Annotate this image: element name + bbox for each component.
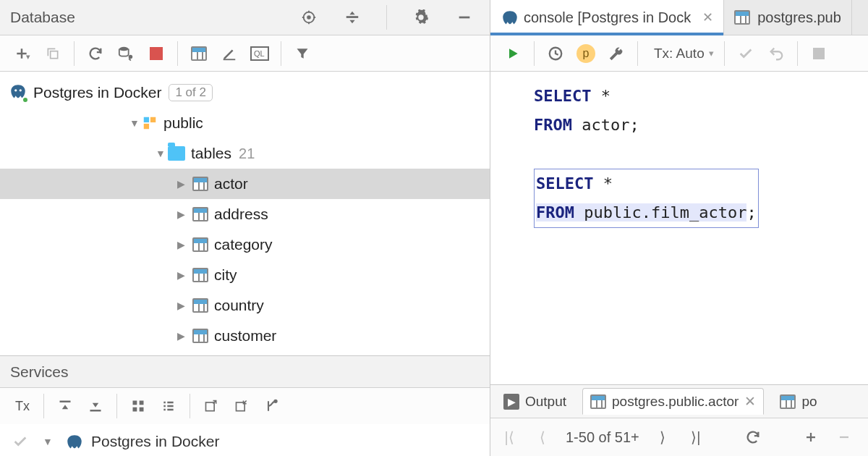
- actor-result-tab[interactable]: postgres.public.actor ✕: [582, 388, 764, 415]
- svg-rect-22: [206, 402, 215, 411]
- svg-rect-3: [51, 51, 58, 58]
- table-icon: [780, 394, 796, 409]
- split-icon[interactable]: [337, 3, 367, 32]
- tab-postgres-pub[interactable]: postgres.pub: [724, 0, 852, 35]
- table-node[interactable]: ▶country: [0, 290, 490, 321]
- table-node[interactable]: ▶actor: [0, 169, 490, 199]
- table-label: country: [214, 297, 264, 314]
- stop-query-icon[interactable]: [804, 39, 834, 68]
- prev-page-icon[interactable]: ⟨: [532, 428, 553, 446]
- rollback-icon[interactable]: [761, 39, 791, 68]
- extra-result-tab-label: po: [801, 394, 817, 410]
- datasource-props-icon[interactable]: [111, 39, 141, 68]
- table-icon: [590, 394, 606, 409]
- output-tab[interactable]: ▶ Output: [496, 389, 574, 414]
- svg-point-24: [274, 400, 276, 402]
- table-icon: [192, 329, 208, 343]
- chevron-down-icon: ▼: [153, 148, 168, 159]
- separator: [386, 5, 387, 30]
- page-range: 1-50 of 51+: [566, 429, 639, 446]
- separator: [190, 394, 190, 418]
- svg-rect-14: [150, 117, 156, 122]
- table-node[interactable]: ▶category: [0, 229, 490, 260]
- tx-mode-dropdown[interactable]: Tx: Auto▾: [654, 46, 714, 62]
- editor-tabs: console [Postgres in Dock ✕ postgres.pub: [490, 0, 868, 35]
- svg-rect-21: [140, 408, 144, 412]
- extra-result-tab[interactable]: po: [773, 389, 824, 414]
- paginator: |⟨ ⟨ 1-50 of 51+ ⟩ ⟩|: [490, 418, 868, 456]
- svg-rect-15: [144, 124, 149, 129]
- branch-icon[interactable]: [257, 392, 287, 421]
- chevron-right-icon: ▶: [174, 178, 188, 190]
- sql-editor[interactable]: SELECT * FROM actor; SELECT *FROM public…: [490, 72, 868, 384]
- svg-rect-26: [813, 48, 825, 59]
- target-icon[interactable]: [294, 3, 324, 32]
- svg-rect-20: [133, 408, 137, 412]
- last-page-icon[interactable]: ⟩|: [686, 428, 706, 446]
- edit-icon[interactable]: [214, 39, 244, 68]
- copy-icon[interactable]: [38, 39, 68, 68]
- table-icon: [192, 207, 208, 221]
- services-db-label: Postgres in Docker: [91, 433, 219, 450]
- postgres-icon: [9, 83, 27, 102]
- remove-row-icon[interactable]: [838, 431, 858, 444]
- tables-group-label: tables: [191, 145, 231, 162]
- table-node[interactable]: ▶address: [0, 199, 490, 229]
- db-node[interactable]: Postgres in Docker 1 of 2: [0, 77, 490, 108]
- table-icon: [192, 237, 208, 252]
- separator: [797, 41, 798, 66]
- run-icon[interactable]: [498, 39, 528, 68]
- add-icon[interactable]: ▾: [7, 39, 38, 68]
- table-view-icon[interactable]: [184, 39, 214, 68]
- wrench-icon[interactable]: [601, 39, 631, 68]
- next-page-icon[interactable]: ⟩: [652, 428, 673, 446]
- separator: [116, 394, 117, 418]
- commit-icon[interactable]: [731, 39, 761, 68]
- tab-console[interactable]: console [Postgres in Dock ✕: [490, 0, 724, 35]
- export-icon[interactable]: [226, 392, 257, 421]
- add-row-icon[interactable]: [804, 431, 825, 444]
- actor-result-tab-label: postgres.public.actor: [612, 394, 739, 410]
- svg-rect-2: [346, 16, 359, 18]
- table-icon: [192, 268, 208, 282]
- ql-console-icon[interactable]: QL: [244, 39, 275, 68]
- list-icon[interactable]: [153, 392, 184, 421]
- schema-node[interactable]: ▼ public: [0, 108, 490, 138]
- chevron-right-icon: ▶: [174, 208, 188, 220]
- tx-icon[interactable]: Tx: [7, 392, 38, 421]
- close-icon[interactable]: ✕: [744, 393, 756, 410]
- minimize-icon[interactable]: [449, 3, 480, 32]
- table-label: customer: [214, 327, 276, 345]
- grid-icon[interactable]: [123, 392, 153, 421]
- first-page-icon[interactable]: |⟨: [499, 428, 519, 446]
- expand-down-icon[interactable]: [80, 392, 111, 421]
- import-icon[interactable]: [196, 392, 226, 421]
- chevron-down-icon[interactable]: ▼: [41, 436, 55, 447]
- reload-icon[interactable]: [745, 429, 765, 445]
- services-panel-title: Services: [10, 363, 480, 381]
- gear-icon[interactable]: [406, 3, 436, 32]
- separator: [534, 41, 535, 66]
- filter-icon[interactable]: [287, 39, 318, 68]
- close-icon[interactable]: ✕: [702, 9, 713, 25]
- svg-rect-18: [133, 401, 137, 405]
- check-icon[interactable]: [10, 427, 30, 456]
- p-badge[interactable]: p: [571, 39, 601, 68]
- separator: [74, 41, 75, 66]
- svg-point-4: [119, 46, 129, 51]
- refresh-icon[interactable]: [80, 39, 111, 68]
- history-icon[interactable]: [540, 39, 571, 68]
- chevron-down-icon: ▼: [127, 117, 142, 129]
- chevron-right-icon: ▶: [174, 300, 188, 311]
- postgres-icon: [501, 9, 516, 25]
- separator: [637, 41, 638, 66]
- table-label: city: [214, 266, 237, 284]
- tables-group-node[interactable]: ▼ tables 21: [0, 138, 490, 169]
- postgres-icon: [65, 434, 81, 449]
- table-node[interactable]: ▶customer: [0, 321, 490, 351]
- stop-icon[interactable]: [141, 39, 171, 68]
- expand-up-icon[interactable]: [50, 392, 80, 421]
- table-node[interactable]: ▶city: [0, 260, 490, 290]
- services-panel-header: Services: [0, 355, 490, 388]
- schema-label: public: [163, 114, 203, 132]
